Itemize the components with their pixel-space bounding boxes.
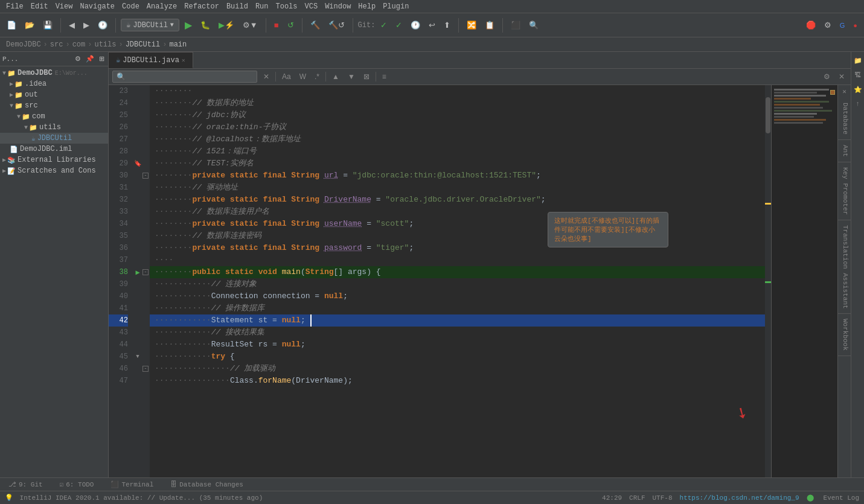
new-file-button[interactable]: 📄 (4, 19, 19, 31)
event-log-label[interactable]: Event Log (824, 494, 859, 502)
sidebar-pin-btn[interactable]: 📌 (85, 55, 95, 63)
breadcrumb-demojdbc[interactable]: DemoJDBC (5, 40, 42, 49)
git-check2-button[interactable]: ✓ (392, 19, 405, 31)
project-icon-btn[interactable]: 📁 (852, 54, 864, 66)
select-all-btn[interactable]: ⊠ (361, 71, 372, 82)
recent-button[interactable]: 🕐 (95, 19, 110, 31)
line-separator[interactable]: CRLF (629, 494, 645, 502)
structure-icon-btn[interactable]: 🏗 (852, 69, 864, 81)
fold-icon-45b[interactable]: - (142, 366, 149, 372)
status-link[interactable]: https://blog.csdn.net/daming_9 (680, 494, 799, 502)
multi-line-btn[interactable]: ≡ (380, 71, 389, 82)
tree-item-src[interactable]: ▼ 📁 src (0, 100, 108, 111)
editor-tab-jdbcutil[interactable]: ☕ JDBCUtil.java ✕ (109, 52, 193, 68)
save-button[interactable]: 💾 (40, 19, 56, 31)
terminal-button[interactable]: ⬛ (508, 19, 523, 31)
tab-terminal[interactable]: ⬛ Terminal (106, 478, 158, 491)
menu-file[interactable]: File (2, 2, 27, 11)
tree-item-iml[interactable]: 📄 DemoJDBC.iml (0, 144, 108, 155)
favorites-icon-btn[interactable]: ⭐ (852, 83, 864, 95)
breadcrumb-src[interactable]: src (49, 40, 65, 49)
tree-item-external[interactable]: ▶ 📚 External Libraries (0, 155, 108, 165)
build-button[interactable]: 🔨 (307, 19, 323, 31)
code-lines[interactable]: ········ ········ // 数据库的地址 ········ // … (150, 85, 765, 477)
git-revert-button[interactable]: ↩ (426, 19, 438, 31)
git-history-button[interactable]: 🕐 (408, 19, 423, 31)
vcs-button[interactable]: 🔀 (464, 19, 479, 31)
menu-analyze[interactable]: Analyze (143, 2, 181, 11)
tree-item-idea[interactable]: ▶ 📁 .idea (0, 78, 108, 89)
tree-item-out[interactable]: ▶ 📁 out (0, 89, 108, 100)
right-tab-key[interactable]: Key Promoter (838, 162, 851, 220)
menu-window[interactable]: Window (321, 2, 354, 11)
sidebar-project-label[interactable]: P... (2, 56, 18, 63)
git-check-button[interactable]: ✓ (377, 19, 390, 31)
open-button[interactable]: 📂 (22, 19, 37, 31)
fold-icon-45[interactable]: ▼ (136, 354, 139, 360)
tree-item-demojdbc[interactable]: ▼ 📁 DemoJDBC E:\Wor... (0, 68, 108, 78)
git-push-button[interactable]: ⬆ (441, 19, 453, 31)
menu-code[interactable]: Code (118, 2, 143, 11)
run-config-selector[interactable]: ☕ JDBCUtil ▼ (121, 19, 179, 31)
prev-occurrence-btn[interactable]: ▲ (330, 71, 342, 82)
breadcrumb-com[interactable]: com (71, 40, 87, 49)
menu-tools[interactable]: Tools (272, 2, 301, 11)
scroll-thumb[interactable] (766, 97, 770, 133)
google-btn[interactable]: G (837, 20, 848, 31)
forward-button[interactable]: ▶ (80, 19, 92, 31)
sidebar-expand-btn[interactable]: ⊞ (98, 55, 106, 63)
menu-refactor[interactable]: Refactor (181, 2, 223, 11)
vertical-scrollbar[interactable] (765, 85, 771, 477)
rebuild-button[interactable]: 🔨↺ (325, 19, 348, 31)
whole-word-btn[interactable]: W (297, 71, 309, 82)
more-run-button[interactable]: ⚙▼ (240, 19, 261, 31)
tree-item-utils[interactable]: ▼ 📁 utils (0, 122, 108, 133)
breadcrumb-utils[interactable]: utils (93, 40, 117, 49)
menu-run[interactable]: Run (252, 2, 272, 11)
tab-git[interactable]: ⎇ 9: Git (4, 478, 48, 491)
breadcrumb-main[interactable]: main (168, 40, 188, 49)
right-tab-database[interactable]: Database (838, 98, 851, 140)
menu-plugin[interactable]: Plugin (379, 2, 412, 11)
run-button[interactable]: ▶ (182, 18, 195, 33)
stop-button[interactable]: ■ (271, 19, 282, 31)
menu-view[interactable]: View (52, 2, 77, 11)
encoding[interactable]: UTF-8 (653, 494, 673, 502)
find-settings-btn[interactable]: ⚙ (821, 71, 833, 82)
find-input[interactable] (112, 71, 257, 83)
right-tab-ant[interactable]: Ant (838, 140, 851, 162)
tree-item-jdbcutil[interactable]: ☕ JDBCUtil (0, 133, 108, 144)
tree-item-scratches[interactable]: ▶ 📝 Scratches and Cons (0, 165, 108, 176)
patch-button[interactable]: 📋 (482, 19, 498, 31)
fold-icon-38[interactable]: - (142, 269, 149, 275)
back-button[interactable]: ◀ (66, 19, 78, 31)
rerun-button[interactable]: ↺ (284, 19, 297, 31)
debug-button[interactable]: 🐛 (197, 19, 213, 31)
next-occurrence-btn[interactable]: ▼ (345, 71, 357, 82)
extra-btn2[interactable]: ⚙ (821, 19, 834, 31)
right-tab-translation[interactable]: Translation Assistant (838, 220, 851, 314)
menu-edit[interactable]: Edit (27, 2, 52, 11)
event-log-btn[interactable]: ⬤ (807, 494, 814, 502)
tab-db-changes[interactable]: 🗄 Database Changes (165, 478, 248, 491)
breadcrumb-jdbcutil[interactable]: JDBCUtil (124, 40, 162, 49)
gutter-38[interactable]: ▶ (133, 266, 142, 278)
ext-btn[interactable]: ● (850, 20, 860, 31)
right-tab-workbook[interactable]: Workbook (838, 314, 851, 356)
extra-btn1[interactable]: 🛑 (803, 19, 819, 31)
fold-icon-30[interactable]: - (142, 173, 149, 179)
run-coverage-button[interactable]: ▶⚡ (216, 19, 237, 31)
menu-help[interactable]: Help (354, 2, 379, 11)
regex-btn[interactable]: .* (312, 71, 322, 82)
tree-item-com[interactable]: ▼ 📁 com (0, 111, 108, 122)
cursor-position[interactable]: 42:29 (602, 494, 622, 502)
close-icon[interactable]: ✕ (182, 57, 185, 64)
search-everywhere-button[interactable]: 🔍 (526, 19, 542, 31)
match-case-btn[interactable]: Aa (280, 71, 293, 82)
menu-build[interactable]: Build (223, 2, 252, 11)
menu-navigate[interactable]: Navigate (76, 2, 118, 11)
tab-todo[interactable]: ☑ 6: TODO (55, 478, 99, 491)
menu-vcs[interactable]: VCS (301, 2, 322, 11)
find-close-btn[interactable]: ✕ (261, 71, 272, 82)
sidebar-gear-btn[interactable]: ⚙ (74, 55, 82, 63)
